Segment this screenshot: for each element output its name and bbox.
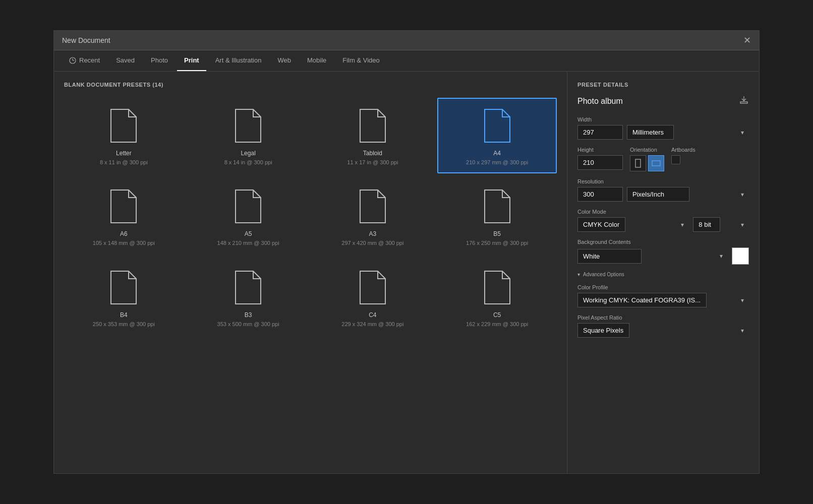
svg-rect-3 (740, 102, 747, 103)
chevron-down-icon: ▾ (577, 272, 580, 277)
resolution-field-group: Resolution Pixels/Inch Pixels/Centimeter (577, 178, 749, 202)
resolution-unit-wrapper: Pixels/Inch Pixels/Centimeter (627, 187, 749, 202)
clock-icon (69, 57, 76, 64)
document-icon (233, 269, 263, 306)
preset-item-c5[interactable]: C5 162 x 229 mm @ 300 ppi (437, 260, 557, 335)
preset-desc-label: 210 x 297 mm @ 300 ppi (466, 159, 528, 166)
pixel-aspect-field-group: Pixel Aspect Ratio Square Pixels (577, 314, 749, 338)
preset-desc-label: 297 x 420 mm @ 300 ppi (341, 239, 403, 247)
preset-item-a3[interactable]: A3 297 x 420 mm @ 300 ppi (313, 178, 433, 254)
landscape-button[interactable] (648, 155, 664, 171)
tab-recent-label: Recent (79, 56, 100, 64)
tab-film[interactable]: Film & Video (335, 50, 386, 71)
color-profile-field-group: Color Profile Working CMYK: Coated FOGRA… (577, 284, 749, 307)
preset-item-c4[interactable]: C4 229 x 324 mm @ 300 ppi (313, 260, 433, 335)
preset-item-a5[interactable]: A5 148 x 210 mm @ 300 ppi (189, 178, 308, 254)
artboards-checkbox[interactable] (671, 155, 680, 164)
pixel-aspect-wrapper: Square Pixels (577, 323, 749, 338)
close-button[interactable]: ✕ (743, 36, 751, 45)
preset-name-label: B3 (245, 311, 252, 319)
dialog-title: New Document (62, 36, 110, 44)
document-icon (358, 187, 388, 225)
bg-contents-select[interactable]: White Black Background Color Transparent… (577, 249, 642, 264)
section-title: BLANK DOCUMENT PRESETS (14) (64, 82, 557, 88)
save-preset-button[interactable] (739, 95, 749, 107)
presets-grid: Letter 8 x 11 in @ 300 ppi Legal 8 x 14 … (64, 98, 557, 335)
color-mode-select[interactable]: CMYK Color RGB Color Grayscale Bitmap La… (577, 217, 625, 232)
color-depth-select[interactable]: 8 bit 16 bit 32 bit (693, 217, 720, 232)
preset-desc-label: 162 x 229 mm @ 300 ppi (466, 321, 528, 328)
resolution-unit-select[interactable]: Pixels/Inch Pixels/Centimeter (627, 187, 689, 202)
preset-name-label: C5 (493, 311, 501, 319)
preset-item-b5[interactable]: B5 176 x 250 mm @ 300 ppi (437, 178, 557, 254)
document-icon (108, 269, 139, 306)
document-icon (108, 107, 139, 145)
preset-desc-label: 176 x 250 mm @ 300 ppi (466, 239, 528, 247)
document-icon (108, 187, 139, 225)
tab-print[interactable]: Print (177, 50, 206, 71)
width-label: Width (577, 116, 749, 122)
preset-name-label: A3 (369, 230, 377, 237)
orientation-label: Orientation (630, 147, 664, 153)
pixel-aspect-label: Pixel Aspect Ratio (577, 314, 749, 321)
bg-contents-wrapper: White Black Background Color Transparent… (577, 249, 728, 264)
color-profile-select[interactable]: Working CMYK: Coated FOGRA39 (IS... (577, 293, 707, 307)
new-document-dialog: New Document ✕ Recent Saved Photo Print … (53, 30, 760, 474)
tab-mobile[interactable]: Mobile (300, 50, 333, 71)
preset-item-b4[interactable]: B4 250 x 353 mm @ 300 ppi (64, 260, 184, 335)
preset-desc-label: 229 x 324 mm @ 300 ppi (341, 321, 403, 328)
preset-desc-label: 105 x 148 mm @ 300 ppi (93, 239, 155, 247)
color-mode-wrapper: CMYK Color RGB Color Grayscale Bitmap La… (577, 217, 689, 232)
bg-contents-label: Background Contents (577, 239, 749, 245)
presets-panel: BLANK DOCUMENT PRESETS (14) Letter 8 x 1… (54, 72, 567, 473)
preset-details-title: PRESET DETAILS (577, 82, 749, 88)
preset-desc-label: 353 x 500 mm @ 300 ppi (217, 321, 279, 328)
tab-bar: Recent Saved Photo Print Art & Illustrat… (54, 50, 759, 72)
portrait-button[interactable] (630, 155, 646, 171)
document-icon (233, 107, 263, 145)
preset-name-row: Photo album (577, 95, 749, 107)
tab-saved[interactable]: Saved (109, 50, 142, 71)
color-mode-row: CMYK Color RGB Color Grayscale Bitmap La… (577, 217, 749, 232)
resolution-label: Resolution (577, 178, 749, 184)
preset-name-label: B4 (120, 311, 128, 319)
width-field-group: Width Millimeters Pixels Inches Centimet… (577, 116, 749, 140)
height-label: Height (577, 147, 623, 153)
document-icon (482, 269, 512, 306)
preset-item-a4[interactable]: A4 210 x 297 mm @ 300 ppi (437, 98, 557, 173)
orientation-group: Orientation (630, 147, 664, 171)
preset-item-a6[interactable]: A6 105 x 148 mm @ 300 ppi (64, 178, 184, 254)
color-swatch[interactable] (732, 247, 749, 265)
height-field-group: Height (577, 147, 623, 170)
tab-art[interactable]: Art & Illustration (208, 50, 269, 71)
content-area: BLANK DOCUMENT PRESETS (14) Letter 8 x 1… (54, 72, 759, 473)
tab-photo[interactable]: Photo (144, 50, 175, 71)
preset-desc-label: 11 x 17 in @ 300 ppi (347, 159, 398, 166)
artboards-group: Artboards (671, 147, 695, 164)
document-icon (482, 107, 512, 145)
orientation-buttons (630, 155, 664, 171)
preset-item-tabloid[interactable]: Tabloid 11 x 17 in @ 300 ppi (313, 98, 433, 173)
preset-desc-label: 250 x 353 mm @ 300 ppi (93, 321, 155, 328)
width-input[interactable] (577, 125, 623, 140)
width-unit-select[interactable]: Millimeters Pixels Inches Centimeters Po… (627, 125, 674, 140)
preset-name-label: A5 (245, 230, 252, 237)
height-input[interactable] (577, 155, 623, 170)
color-depth-wrapper: 8 bit 16 bit 32 bit (693, 217, 749, 232)
pixel-aspect-select[interactable]: Square Pixels (577, 323, 629, 338)
advanced-options-label: Advanced Options (583, 272, 624, 277)
color-mode-label: Color Mode (577, 209, 749, 215)
preset-desc-label: 148 x 210 mm @ 300 ppi (217, 239, 279, 247)
resolution-input[interactable] (577, 187, 623, 202)
preset-name-label: Tabloid (363, 150, 382, 157)
document-icon (482, 187, 512, 225)
svg-rect-4 (635, 159, 641, 167)
preset-item-b3[interactable]: B3 353 x 500 mm @ 300 ppi (189, 260, 308, 335)
tab-recent[interactable]: Recent (62, 50, 107, 71)
preset-item-letter[interactable]: Letter 8 x 11 in @ 300 ppi (64, 98, 184, 173)
preset-item-legal[interactable]: Legal 8 x 14 in @ 300 ppi (189, 98, 308, 173)
color-profile-wrapper: Working CMYK: Coated FOGRA39 (IS... (577, 293, 749, 307)
advanced-toggle[interactable]: ▾ Advanced Options (577, 272, 749, 277)
preset-name-label: A4 (493, 150, 501, 157)
tab-web[interactable]: Web (270, 50, 298, 71)
